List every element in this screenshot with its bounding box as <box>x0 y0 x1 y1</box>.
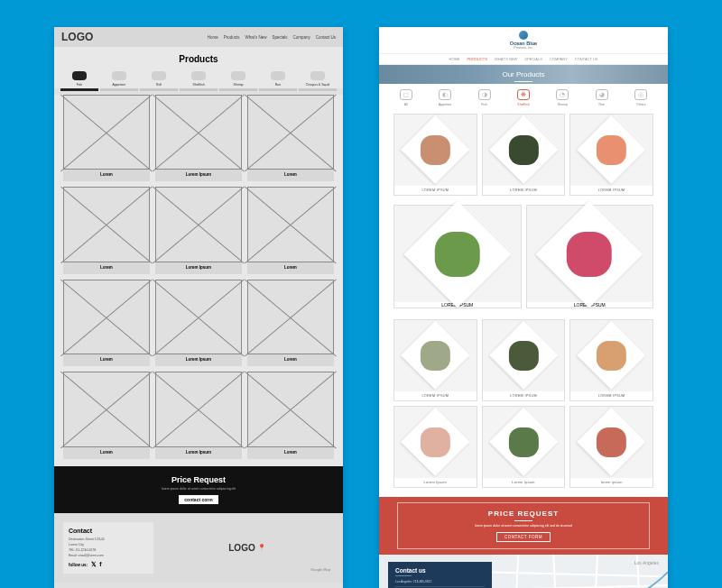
product-image <box>394 206 521 302</box>
category-tab[interactable]: Shrimp <box>218 71 258 87</box>
contact-form-button[interactable]: CONTACT FORM <box>496 532 551 542</box>
product-card[interactable]: Lorem Ipsum <box>393 406 477 488</box>
ds-contact-card: Contact us Los Angeles: 213-485-9312Ocea… <box>388 562 492 588</box>
product-card[interactable]: LOREM IPSUM <box>393 114 477 196</box>
contact-form-button[interactable]: contact corm <box>179 495 218 504</box>
category-tab[interactable]: ◑Fish <box>465 89 504 106</box>
card-label: Lorem Ipsum <box>186 447 211 459</box>
ds-grid-1: LOREM IPSUMLOREM IPSUMLOREM IPSUM <box>379 108 668 205</box>
nav-item[interactable]: What's New <box>245 35 267 40</box>
product-image <box>394 407 477 478</box>
card-label: Lorem <box>284 170 297 181</box>
card-label: Lorem <box>100 354 113 366</box>
product-card[interactable]: Lorem Ipsum <box>482 406 566 488</box>
wf-title-bar: Products <box>54 47 343 68</box>
category-tab[interactable]: ❋Shellfish <box>504 89 542 106</box>
category-tab[interactable]: Shellfish <box>179 71 218 87</box>
wf-categories: FishAppetizerRollShellfishShrimpRoeOctop… <box>54 68 343 88</box>
image-placeholder-icon <box>63 95 150 170</box>
product-card[interactable]: lorem ipsum <box>569 406 653 488</box>
category-icon <box>310 71 325 80</box>
product-image <box>570 407 653 478</box>
hero-title: Our Products <box>379 70 668 78</box>
category-tab[interactable]: Roe <box>258 71 298 87</box>
product-card[interactable]: LOREM IPSUM <box>482 114 566 196</box>
contact-line: Lorem City <box>69 543 148 547</box>
category-tab[interactable]: Fish <box>60 71 99 87</box>
price-title: Price Request <box>54 475 343 484</box>
product-card[interactable]: Lorem Ipsum <box>155 280 242 366</box>
image-placeholder-icon <box>155 187 242 262</box>
twitter-icon[interactable]: 𝕏 <box>91 561 97 568</box>
card-label: Lorem Ipsum <box>394 478 477 487</box>
product-image <box>394 320 477 391</box>
category-tab[interactable]: Appetizer <box>99 71 139 87</box>
card-label: LOREM IPSUM <box>394 391 477 400</box>
nav-item[interactable]: HOME <box>449 57 460 61</box>
product-card[interactable]: Lorem Ipsum <box>155 95 242 181</box>
card-label: LOREM IPSUM <box>483 391 565 400</box>
category-icon <box>191 71 206 80</box>
product-card[interactable]: LOREM IPSUM <box>482 319 566 401</box>
contact-heading: Contact us <box>395 567 485 576</box>
category-tab[interactable]: ◕Roe <box>582 89 621 106</box>
nav-item[interactable]: Contact Us <box>316 35 336 40</box>
category-tab[interactable]: ◐Appetizer <box>425 89 464 106</box>
nav-item[interactable]: COMPANY <box>550 57 568 61</box>
product-card[interactable]: LOREM IPSUM <box>569 319 653 401</box>
product-card[interactable]: Lorem <box>63 280 150 366</box>
card-label: Lorem <box>284 354 297 366</box>
map-label: Google Map <box>310 567 330 572</box>
nav-item[interactable]: Company <box>292 35 310 40</box>
nav-item[interactable]: SPECIALS <box>524 57 542 61</box>
nav-item[interactable]: Home <box>208 35 218 40</box>
product-card[interactable]: LOREM IPSUM <box>526 205 654 308</box>
image-placeholder-icon <box>63 280 150 354</box>
category-tab[interactable]: ◻All <box>386 89 425 106</box>
ds-hero: Our Products <box>379 65 668 84</box>
card-label: LOREM IPSUM <box>570 391 653 400</box>
card-label: Lorem <box>100 447 113 459</box>
product-card[interactable]: Lorem <box>247 280 334 366</box>
category-icon: ◔ <box>556 89 569 100</box>
product-card[interactable]: Lorem <box>63 187 150 273</box>
product-card[interactable]: Lorem <box>63 372 150 458</box>
product-card[interactable]: Lorem Ipsum <box>155 187 242 273</box>
product-card[interactable]: LOREM IPSUM <box>393 205 522 308</box>
product-card[interactable]: Lorem <box>247 187 334 273</box>
product-card[interactable]: Lorem <box>247 372 334 458</box>
product-card[interactable]: Lorem <box>63 95 150 181</box>
product-card[interactable]: LOREM IPSUM <box>393 319 477 401</box>
nav-item[interactable]: CONTACT US <box>575 57 598 61</box>
category-tab[interactable]: ◔Shrimp <box>543 89 582 106</box>
wf-header: LOGO HomeProductsWhat's NewSpecialsCompa… <box>54 27 343 47</box>
image-placeholder-icon <box>247 372 334 446</box>
ds-map[interactable]: Los Angeles ◉ <box>492 555 668 588</box>
nav-item[interactable]: Products <box>224 35 240 40</box>
product-image <box>394 115 477 186</box>
category-icon <box>231 71 245 80</box>
wf-cat-underline <box>60 88 338 91</box>
category-tab[interactable]: ◎Others <box>622 89 661 106</box>
price-sub: lorem ipsum dolor sit amet consectetur a… <box>54 487 343 491</box>
product-card[interactable]: LOREM IPSUM <box>569 114 653 196</box>
category-tab[interactable]: Octopus & Squid <box>298 71 338 87</box>
product-card[interactable]: Lorem <box>247 95 334 181</box>
image-placeholder-icon <box>247 187 334 262</box>
ds-big-row: LOREM IPSUMLOREM IPSUM <box>379 205 668 314</box>
nav-item[interactable]: PRODUCTS <box>467 57 487 61</box>
image-placeholder-icon <box>63 187 150 262</box>
nav-item[interactable]: WHAT'S NEW <box>495 57 517 61</box>
category-icon: ◐ <box>439 89 451 100</box>
category-icon: ◻ <box>400 89 412 100</box>
card-label: LOREM IPSUM <box>394 186 477 195</box>
card-label: Lorem Ipsum <box>483 478 565 487</box>
ds-price-request: PRICE REQUEST lorem ipsum dolor sit amet… <box>379 497 668 555</box>
card-label: lorem ipsum <box>570 478 653 487</box>
facebook-icon[interactable]: f <box>99 561 101 568</box>
product-card[interactable]: Lorem Ipsum <box>155 372 242 458</box>
contact-line: Los Angeles: 213-485-9312 <box>395 580 485 583</box>
category-tab[interactable]: Roll <box>139 71 179 87</box>
nav-item[interactable]: Specials <box>272 35 287 40</box>
contact-heading: Contact <box>69 528 148 534</box>
